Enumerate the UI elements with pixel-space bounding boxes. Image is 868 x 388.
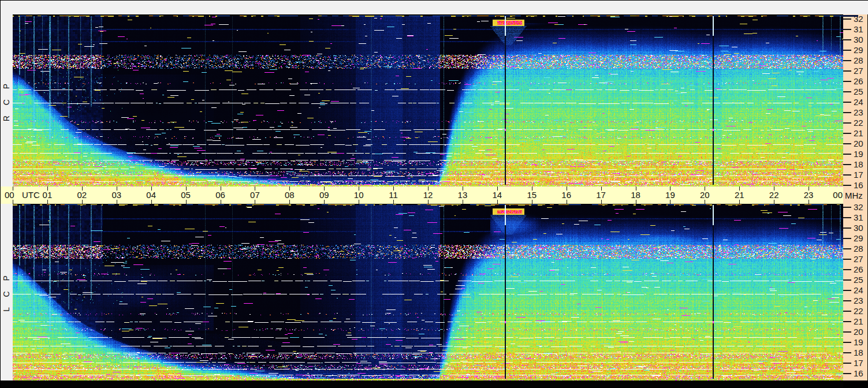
freq-label: 21 <box>854 316 863 326</box>
hour-tick-bottom <box>82 200 83 204</box>
top-edge-overflow <box>843 15 858 17</box>
hour-label: 20 <box>696 190 713 200</box>
hour-tick-bottom <box>117 200 117 204</box>
hour-tick-bottom <box>221 200 221 204</box>
hour-tick-bottom <box>809 200 809 204</box>
freq-label: 16 <box>854 180 863 190</box>
hour-tick-bottom <box>186 200 187 204</box>
hour-label: 07 <box>246 190 263 200</box>
freq-label: 16 <box>854 368 863 378</box>
freq-tick <box>843 331 851 333</box>
hour-label: 22 <box>765 190 783 200</box>
freq-tick <box>843 217 851 218</box>
hour-label: 09 <box>315 190 333 200</box>
hour-label: 10 <box>350 190 367 200</box>
freq-tick <box>843 363 851 364</box>
hour-tick-bottom <box>359 200 359 204</box>
freq-tick <box>843 70 851 72</box>
freq-tick <box>843 18 851 20</box>
freq-label: 29 <box>854 45 863 55</box>
freq-tick <box>843 164 851 165</box>
hour-label: 02 <box>73 190 91 200</box>
freq-label: 23 <box>854 107 863 117</box>
hour-tick-bottom <box>739 200 740 204</box>
freq-label: 21 <box>854 128 863 138</box>
app-window: AJ4CO Observatory 19 Apr 2023 - DPS on T… <box>0 0 868 388</box>
hour-tick-bottom <box>567 200 567 204</box>
hour-tick-bottom <box>705 200 705 204</box>
freq-label: 19 <box>854 337 863 347</box>
freq-label: 25 <box>854 87 863 96</box>
freq-tick <box>843 227 851 229</box>
freq-tick <box>843 342 851 343</box>
freq-tick <box>843 238 851 239</box>
hour-tick-bottom <box>428 200 429 204</box>
freq-tick <box>843 102 851 103</box>
hour-tick-bottom <box>497 200 498 204</box>
hour-tick-bottom <box>151 200 152 204</box>
freq-label: 30 <box>854 223 863 233</box>
freq-label: 28 <box>854 244 863 253</box>
freq-tick <box>843 60 851 61</box>
freq-label: 24 <box>854 285 863 295</box>
hour-tick-bottom <box>463 200 463 204</box>
freq-label: 22 <box>854 118 863 128</box>
hour-label: 21 <box>731 190 748 200</box>
time-axis: UTC 000102030405060708091011121314151617… <box>1 186 843 204</box>
hour-label: 19 <box>661 190 679 200</box>
freq-tick <box>843 373 851 374</box>
hour-label: 03 <box>108 190 125 200</box>
frequency-scale: MHz 323130292827262524232221201918171632… <box>843 14 867 380</box>
hour-label: 14 <box>489 190 506 200</box>
freq-tick <box>843 112 851 113</box>
freq-tick <box>843 91 851 92</box>
freq-label: 31 <box>854 212 863 222</box>
hour-tick-bottom <box>289 200 290 204</box>
freq-tick <box>843 39 851 40</box>
hour-label: 15 <box>523 190 541 200</box>
freq-label: 23 <box>854 296 863 305</box>
hour-tick-bottom <box>532 200 532 204</box>
title-bar: AJ4CO Observatory 19 Apr 2023 - DPS on T… <box>1 1 868 14</box>
freq-label: 20 <box>854 327 863 337</box>
hour-label: 00 <box>5 190 14 200</box>
freq-label: 32 <box>854 202 863 212</box>
freq-tick <box>843 207 851 208</box>
hour-tick-bottom <box>324 200 325 204</box>
hour-label: 04 <box>143 190 160 200</box>
freq-tick <box>843 300 851 301</box>
freq-tick <box>843 29 851 30</box>
freq-label: 18 <box>854 348 863 357</box>
hour-label: 18 <box>627 190 645 200</box>
freq-tick <box>843 269 851 270</box>
hour-label: 00 <box>824 190 843 200</box>
spectrogram-lcp <box>13 204 843 380</box>
hour-label: 12 <box>419 190 437 200</box>
utc-unit-label: UTC <box>22 190 40 200</box>
hour-label: 05 <box>177 190 195 200</box>
freq-tick <box>843 154 851 155</box>
polarization-label-lcp: L C P <box>2 257 11 326</box>
hour-tick-bottom <box>13 200 13 204</box>
freq-tick <box>843 321 851 322</box>
hour-label: 11 <box>385 190 402 200</box>
freq-tick <box>843 290 851 291</box>
freq-label: 17 <box>854 358 863 368</box>
freq-label: 29 <box>854 233 863 243</box>
hour-label: 08 <box>281 190 298 200</box>
hour-tick-bottom <box>255 200 255 204</box>
hour-label: 01 <box>39 190 56 200</box>
freq-tick <box>843 259 851 260</box>
hour-tick-bottom <box>670 200 670 204</box>
hour-label: 13 <box>454 190 471 200</box>
footer-strip <box>1 380 843 387</box>
freq-label: 26 <box>854 76 863 86</box>
freq-tick <box>843 279 851 281</box>
hour-tick-bottom <box>636 200 636 204</box>
freq-tick <box>843 133 851 134</box>
spectrogram-rcp <box>13 16 843 186</box>
hour-label: 06 <box>212 190 229 200</box>
freq-label: 17 <box>854 170 863 180</box>
freq-label: 27 <box>854 254 863 264</box>
freq-tick <box>843 143 851 144</box>
